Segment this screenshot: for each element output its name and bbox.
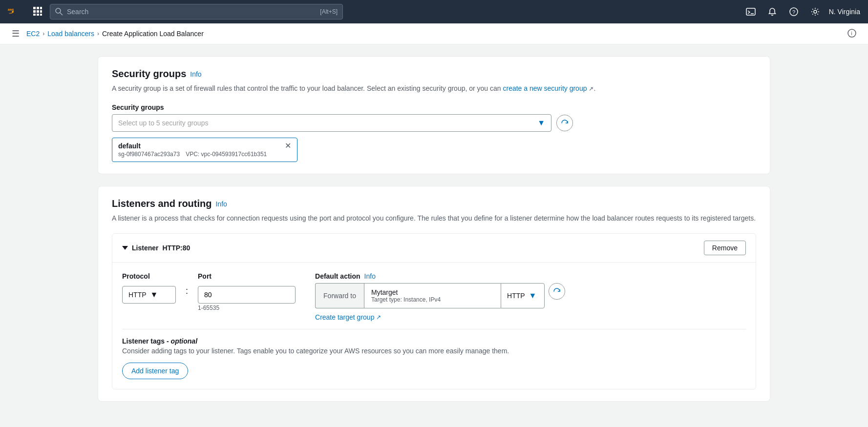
- remove-listener-button[interactable]: Remove: [704, 241, 746, 255]
- security-groups-select[interactable]: Select up to 5 security groups ▼: [112, 114, 551, 132]
- security-groups-title: Security groups Info: [112, 68, 756, 80]
- sg-vpc: VPC: vpc-094593917cc61b351: [186, 151, 267, 158]
- aws-logo: aws: [8, 6, 25, 18]
- sg-name: default: [118, 142, 141, 150]
- menu-icon[interactable]: ☰: [12, 28, 20, 39]
- listener-protocol-port: HTTP:80: [162, 244, 190, 252]
- port-group: Port 1-65535: [198, 272, 296, 311]
- main-content: Security groups Info A security group is…: [0, 44, 868, 413]
- port-hint: 1-65535: [198, 305, 296, 311]
- security-groups-heading: Security groups: [112, 68, 186, 80]
- info-icon-right[interactable]: i: [847, 29, 856, 39]
- svg-rect-1: [33, 7, 36, 9]
- target-protocol-select[interactable]: HTTP ▼: [501, 283, 545, 308]
- sg-tag: default ✕ sg-0f9807467ac293a73 VPC: vpc-…: [112, 138, 297, 162]
- listener-tags-desc: Consider adding tags to your listener. T…: [122, 347, 746, 355]
- grid-icon[interactable]: [31, 5, 44, 19]
- divider: [122, 329, 746, 329]
- security-groups-field-label: Security groups: [112, 103, 756, 111]
- listeners-routing-section: Listeners and routing Info A listener is…: [98, 186, 770, 402]
- security-groups-info[interactable]: Info: [190, 70, 201, 78]
- svg-rect-5: [37, 10, 39, 13]
- help-icon[interactable]: ?: [786, 4, 802, 20]
- svg-rect-7: [33, 14, 36, 16]
- breadcrumb-sep-1: ›: [42, 30, 44, 37]
- protocol-select[interactable]: HTTP ▼: [122, 286, 176, 304]
- listener-tags-title: Listener tags - optional: [122, 337, 746, 345]
- svg-rect-2: [37, 7, 39, 9]
- listeners-title: Listeners and routing Info: [112, 198, 756, 209]
- search-shortcut: [Alt+S]: [320, 8, 338, 15]
- port-label: Port: [198, 272, 296, 280]
- colon-separator: :: [186, 286, 188, 296]
- target-type: Target type: Instance, IPv4: [371, 296, 494, 303]
- listener-title: Listener HTTP:80: [122, 244, 190, 252]
- svg-rect-9: [40, 14, 42, 16]
- listener-label: Listener: [132, 244, 158, 252]
- security-groups-desc: A security group is a set of firewall ru…: [112, 83, 756, 94]
- search-input[interactable]: [67, 8, 316, 16]
- listeners-desc: A listener is a process that checks for …: [112, 213, 756, 224]
- target-protocol-arrow: ▼: [529, 291, 537, 300]
- listeners-info[interactable]: Info: [215, 200, 227, 208]
- add-listener-tag-button[interactable]: Add listener tag: [122, 363, 188, 379]
- settings-icon[interactable]: [807, 4, 823, 20]
- listener-body: Protocol HTTP ▼ : Port 1-65535: [112, 263, 756, 389]
- top-navigation: aws [Alt+S] ? N. Virginia: [0, 0, 868, 23]
- svg-point-10: [56, 8, 61, 13]
- security-groups-section: Security groups Info A security group is…: [98, 56, 770, 174]
- breadcrumb-ec2[interactable]: EC2: [26, 30, 40, 38]
- svg-text:?: ?: [792, 9, 795, 15]
- external-link-icon-tg: ↗: [376, 314, 381, 321]
- svg-text:i: i: [851, 31, 852, 36]
- target-name: Mytarget: [371, 288, 494, 296]
- select-placeholder: Select up to 5 security groups: [118, 119, 208, 127]
- breadcrumb-bar: ☰ EC2 › Load balancers › Create Applicat…: [0, 23, 868, 44]
- svg-rect-3: [40, 7, 42, 9]
- svg-point-16: [814, 10, 817, 13]
- sg-id: sg-0f9807467ac293a73: [118, 151, 180, 158]
- protocol-arrow: ▼: [150, 290, 158, 299]
- svg-rect-8: [37, 14, 39, 16]
- security-groups-dropdown-row: Select up to 5 security groups ▼: [112, 114, 756, 132]
- listener-container: Listener HTTP:80 Remove Protocol HTTP ▼: [112, 233, 756, 389]
- target-protocol-value: HTTP: [507, 292, 525, 300]
- svg-line-11: [60, 13, 63, 15]
- svg-rect-4: [33, 10, 36, 13]
- create-sg-link[interactable]: create a new security group: [503, 84, 587, 92]
- protocol-group: Protocol HTTP ▼: [122, 272, 176, 304]
- bell-icon[interactable]: [764, 4, 780, 20]
- region-selector[interactable]: N. Virginia: [829, 8, 860, 16]
- breadcrumb-sep-2: ›: [97, 30, 99, 37]
- listener-fields: Protocol HTTP ▼ : Port 1-65535: [122, 272, 746, 321]
- default-action-info[interactable]: Info: [364, 272, 376, 280]
- protocol-label: Protocol: [122, 272, 176, 280]
- cloud-shell-icon[interactable]: [743, 4, 759, 20]
- external-link-icon: ↗: [589, 84, 593, 93]
- forward-row: Forward to Mytarget Target type: Instanc…: [315, 283, 565, 308]
- breadcrumb-current: Create Application Load Balancer: [102, 30, 204, 38]
- port-input[interactable]: [198, 286, 296, 304]
- breadcrumb-load-balancers[interactable]: Load balancers: [47, 30, 94, 38]
- sg-close-button[interactable]: ✕: [285, 142, 291, 150]
- protocol-value: HTTP: [128, 291, 147, 299]
- default-action-label: Default action Info: [315, 272, 565, 280]
- target-select[interactable]: Mytarget Target type: Instance, IPv4: [364, 283, 501, 308]
- svg-text:aws: aws: [8, 8, 14, 11]
- forward-label-box: Forward to: [315, 283, 364, 308]
- listener-header: Listener HTTP:80 Remove: [112, 234, 756, 263]
- search-bar[interactable]: [Alt+S]: [50, 4, 343, 20]
- refresh-sg-button[interactable]: [556, 115, 573, 131]
- listeners-heading: Listeners and routing: [112, 198, 212, 209]
- dropdown-arrow: ▼: [537, 119, 545, 127]
- default-action-group: Default action Info Forward to Mytarget …: [315, 272, 565, 321]
- svg-rect-12: [746, 8, 755, 15]
- collapse-icon[interactable]: [122, 246, 128, 250]
- svg-rect-6: [40, 10, 42, 13]
- create-target-group-link[interactable]: Create target group ↗: [315, 313, 565, 321]
- refresh-target-button[interactable]: [549, 283, 565, 300]
